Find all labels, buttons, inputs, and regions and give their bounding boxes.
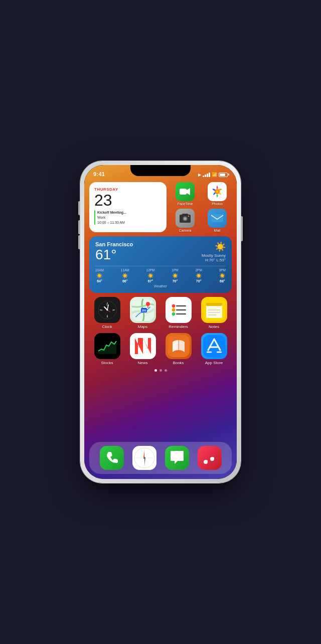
app-icon-photos[interactable] [208, 182, 227, 201]
svg-rect-36 [206, 304, 222, 318]
svg-point-29 [172, 304, 175, 307]
weather-temp: 61° [95, 247, 133, 263]
svg-point-31 [172, 308, 175, 311]
app-icon-appstore[interactable] [201, 333, 227, 359]
weather-hour-3: 1PM ☀️ 70° [172, 268, 178, 283]
app-label-photos: Photos [212, 202, 223, 206]
app-appstore-container[interactable]: App Store [201, 333, 227, 365]
calendar-widget[interactable]: THURSDAY 23 Kickoff Meeting... Work 10:0… [89, 182, 167, 232]
app-label-appstore: App Store [205, 361, 223, 365]
svg-rect-0 [180, 189, 187, 195]
svg-point-23 [106, 309, 108, 310]
app-icon-notes[interactable] [201, 297, 227, 323]
weather-label: Weather [95, 284, 226, 288]
app-clock-container[interactable]: 12 3 6 9 [94, 297, 120, 329]
app-photos-container[interactable]: Photos [203, 182, 232, 206]
svg-point-33 [172, 312, 175, 315]
cal-event: Kickoff Meeting... Work 10:00 – 11:30 AM [94, 210, 162, 225]
page-dot-1 [159, 369, 162, 372]
weather-hour-5: 3PM ☀️ 68° [219, 268, 226, 283]
cal-event-subtitle: Work [97, 215, 126, 220]
svg-rect-37 [206, 303, 222, 306]
svg-marker-1 [187, 188, 190, 195]
app-label-clock: Clock [102, 325, 112, 329]
app-label-stocks: Stocks [101, 361, 113, 365]
weather-high-low: H:70° L:53° [202, 258, 226, 262]
svg-rect-9 [211, 214, 223, 222]
app-notes-container[interactable]: Notes [201, 297, 227, 329]
app-label-camera: Camera [179, 229, 192, 232]
app-label-maps: Maps [138, 325, 148, 329]
battery [219, 173, 228, 177]
weather-widget[interactable]: San Francisco 61° ☀️ Mostly Sunny H:70° … [89, 236, 232, 293]
cal-event-title: Kickoff Meeting... [97, 210, 126, 215]
location-icon: ▶ [198, 173, 201, 177]
app-label-reminders: Reminders [169, 325, 188, 329]
cal-event-bar [94, 210, 95, 225]
app-camera-container[interactable]: Camera [171, 209, 200, 232]
page-dots [89, 369, 232, 372]
app-icon-clock[interactable]: 12 3 6 9 [94, 297, 120, 323]
cal-event-time: 10:00 – 11:30 AM [97, 220, 126, 225]
dock-music[interactable] [198, 446, 222, 470]
dock-phone[interactable] [100, 446, 124, 470]
apps-grid-right: FaceTime [171, 182, 232, 232]
status-time: 9:41 [93, 171, 105, 177]
phone-frame: 9:41 ▶ 📶 [80, 161, 241, 483]
app-icon-mail[interactable] [208, 209, 227, 228]
weather-hour-2: 12PM ☀️ 67° [146, 268, 155, 283]
app-mail-container[interactable]: Mail [203, 209, 232, 232]
app-news-container[interactable]: News [130, 333, 156, 365]
weather-condition: Mostly Sunny [202, 253, 226, 258]
home-screen: 9:41 ▶ 📶 [84, 165, 237, 479]
phone-inner: 9:41 ▶ 📶 [84, 165, 237, 479]
svg-point-7 [184, 218, 186, 220]
cal-event-text: Kickoff Meeting... Work 10:00 – 11:30 AM [97, 210, 126, 225]
dock-messages[interactable] [165, 446, 189, 470]
app-label-news: News [137, 361, 147, 365]
svg-point-27 [146, 302, 150, 306]
widgets-row: THURSDAY 23 Kickoff Meeting... Work 10:0… [89, 182, 232, 232]
weather-hour-4: 2PM ☀️ 70° [195, 268, 202, 283]
cal-date: 23 [94, 192, 162, 208]
page-dot-0 [154, 369, 157, 372]
wifi-icon: 📶 [212, 172, 217, 177]
notch [130, 165, 191, 176]
svg-point-8 [188, 216, 189, 217]
svg-point-4 [216, 191, 218, 193]
battery-fill [220, 174, 225, 176]
weather-sun-icon: ☀️ [202, 241, 226, 252]
dock [89, 442, 232, 474]
status-icons: ▶ 📶 [198, 172, 228, 177]
app-icon-stocks[interactable] [94, 333, 120, 359]
app-icon-camera[interactable] [176, 209, 195, 228]
home-content: THURSDAY 23 Kickoff Meeting... Work 10:0… [84, 179, 237, 479]
app-stocks-container[interactable]: Stocks [94, 333, 120, 365]
app-label-notes: Notes [209, 325, 219, 329]
app-books-container[interactable]: Books [166, 333, 192, 365]
app-row-1: 12 3 6 9 [89, 297, 232, 329]
app-maps-container[interactable]: 280 Maps [130, 297, 156, 329]
app-icon-maps[interactable]: 280 [130, 297, 156, 323]
app-label-mail: Mail [214, 229, 221, 232]
app-label-facetime: FaceTime [178, 202, 193, 206]
app-reminders-container[interactable]: Reminders [166, 297, 192, 329]
app-icon-news[interactable] [130, 333, 156, 359]
svg-text:280: 280 [141, 309, 146, 312]
app-facetime-container[interactable]: FaceTime [171, 182, 200, 206]
app-icon-facetime[interactable] [176, 182, 195, 201]
app-label-books: Books [173, 361, 184, 365]
weather-hour-0: 10AM ☀️ 64° [95, 268, 104, 283]
signal-bars [203, 173, 210, 177]
app-icon-reminders[interactable] [166, 297, 192, 323]
weather-hour-1: 11AM ☀️ 66° [121, 268, 129, 283]
page-dot-2 [165, 369, 167, 372]
app-row-2: Stocks News [89, 333, 232, 365]
dock-safari[interactable] [132, 446, 156, 470]
weather-hourly: 10AM ☀️ 64° 11AM ☀️ 66° 12PM ☀️ 67° [95, 266, 226, 283]
app-icon-books[interactable] [166, 333, 192, 359]
